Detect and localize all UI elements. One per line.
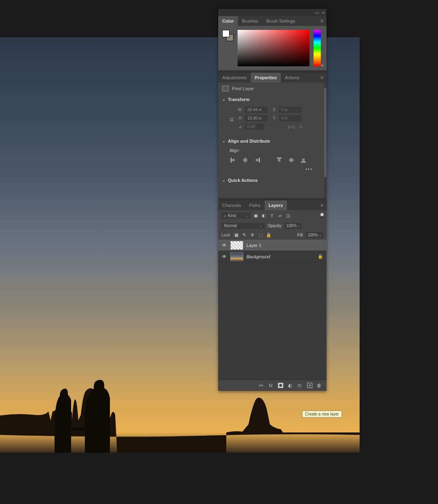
layer-name[interactable]: Background <box>246 254 270 259</box>
link-layers-icon[interactable]: ⚯ <box>258 382 264 389</box>
panel-menu-icon[interactable]: ≡ <box>317 18 326 24</box>
group-layers-icon[interactable]: 🗀 <box>297 382 303 389</box>
chevron-down-icon: ⌄ <box>222 97 225 101</box>
fill-value: 100% <box>307 233 318 237</box>
quick-actions-title: Quick Actions <box>228 178 258 183</box>
tab-actions[interactable]: Actions <box>281 73 303 82</box>
opacity-field[interactable]: 100% ⌄ <box>285 223 302 229</box>
layer-list-empty-area[interactable] <box>218 262 326 380</box>
tab-brushes[interactable]: Brushes <box>238 16 262 26</box>
layer-filter-row: ⌕ Kind ⌄ ▣ ◐ T ▱ ◫ <box>218 210 326 221</box>
visibility-toggle-icon[interactable]: 👁 <box>221 254 227 259</box>
flip-horizontal-icon[interactable]: ▷◁ <box>288 124 295 129</box>
layer-type-label: Pixel Layer <box>232 86 254 91</box>
tab-color[interactable]: Color <box>218 16 238 26</box>
filter-type-icon[interactable]: T <box>269 213 275 219</box>
tab-layers[interactable]: Layers <box>265 200 287 210</box>
new-layer-icon[interactable] <box>306 382 313 389</box>
align-center-v-icon[interactable] <box>288 157 295 163</box>
y-field[interactable]: 0 in <box>279 115 301 121</box>
tooltip: Create a new layer <box>302 411 342 418</box>
align-center-h-icon[interactable] <box>242 157 249 163</box>
w-label: W <box>237 108 242 112</box>
chevron-down-icon: ⌄ <box>222 178 225 182</box>
layer-item[interactable]: 👁 Background 🔒 <box>218 251 326 262</box>
filter-adjustment-icon[interactable]: ◐ <box>261 213 267 219</box>
chevron-down-icon: ⌄ <box>222 139 225 143</box>
delete-layer-icon[interactable]: 🗑 <box>316 382 322 389</box>
svg-rect-4 <box>259 158 260 162</box>
angle-field[interactable]: 0.00° <box>245 124 264 130</box>
lock-image-icon[interactable]: ✎ <box>242 232 247 238</box>
lock-label: Lock: <box>221 233 231 237</box>
align-right-icon[interactable] <box>254 157 261 163</box>
svg-rect-7 <box>278 159 280 162</box>
svg-point-13 <box>279 384 282 387</box>
svg-rect-0 <box>231 158 232 162</box>
panel-menu-icon[interactable]: ≡ <box>317 202 326 208</box>
close-icon[interactable]: ✕ <box>322 11 325 15</box>
foreground-color-swatch[interactable] <box>222 30 230 37</box>
pixel-layer-icon <box>222 86 229 91</box>
align-section-body: Align: ••• <box>218 146 326 175</box>
angle-icon: ⊿ <box>237 124 242 129</box>
lock-transparency-icon[interactable]: ▦ <box>234 232 239 238</box>
height-field[interactable]: 18.96 in <box>245 115 267 121</box>
opacity-label: Opacity: <box>267 224 282 228</box>
filter-shape-icon[interactable]: ▱ <box>277 213 283 219</box>
tab-properties[interactable]: Properties <box>251 73 281 82</box>
panel-menu-icon[interactable]: ≡ <box>317 75 326 80</box>
scrollbar[interactable] <box>324 82 326 198</box>
align-section-header[interactable]: ⌄ Align and Distribute <box>218 136 326 146</box>
width-field[interactable]: 28.44 in <box>245 107 267 113</box>
svg-rect-6 <box>277 158 282 158</box>
link-dimensions-icon[interactable]: 𝌡 <box>230 117 234 122</box>
quick-actions-section-header[interactable]: ⌄ Quick Actions <box>218 175 326 185</box>
lock-position-icon[interactable]: ✢ <box>250 232 255 238</box>
chevron-down-icon: ⌄ <box>245 214 248 217</box>
layer-filter-kind-dropdown[interactable]: ⌕ Kind ⌄ <box>221 213 251 219</box>
flip-vertical-icon[interactable]: ⧊ <box>299 124 303 129</box>
hue-slider[interactable]: ▸ <box>314 30 321 66</box>
align-top-icon[interactable] <box>276 157 283 163</box>
lock-icon[interactable]: 🔒 <box>318 254 323 259</box>
align-subtitle: Align: <box>230 148 321 153</box>
tab-adjustments[interactable]: Adjustments <box>218 73 251 82</box>
fill-field[interactable]: 100% ⌄ <box>306 232 323 238</box>
layer-fx-icon[interactable]: fx <box>267 382 274 389</box>
collapse-icon[interactable]: «« <box>315 11 319 15</box>
properties-panel-body: Pixel Layer ⌄ Transform 𝌡 W 28.44 in X 0… <box>218 82 326 198</box>
layer-name[interactable]: Layer 1 <box>246 243 261 248</box>
filter-pixel-icon[interactable]: ▣ <box>253 213 259 219</box>
color-field-picker[interactable] <box>238 30 310 66</box>
layer-thumbnail[interactable] <box>230 241 243 250</box>
x-field[interactable]: 0 in <box>279 107 301 113</box>
filter-toggle[interactable] <box>321 213 323 219</box>
svg-rect-10 <box>301 162 306 162</box>
chevron-down-icon: ⌄ <box>297 224 300 228</box>
lock-all-icon[interactable]: 🔒 <box>266 232 272 238</box>
visibility-toggle-icon[interactable]: 👁 <box>221 243 227 248</box>
filter-smart-icon[interactable]: ◫ <box>285 213 291 219</box>
transform-section-header[interactable]: ⌄ Transform <box>218 95 326 104</box>
color-swatches[interactable] <box>222 30 234 41</box>
color-tab-row: Color Brushes Brush Settings ≡ <box>218 16 326 26</box>
adjustment-layer-icon[interactable]: ◐ <box>287 382 293 389</box>
chevron-down-icon: ⌄ <box>319 233 322 237</box>
layer-item[interactable]: 👁 Layer 1 <box>218 240 326 251</box>
svg-rect-3 <box>243 159 247 161</box>
layer-thumbnail[interactable] <box>230 252 243 261</box>
tab-channels[interactable]: Channels <box>218 200 245 210</box>
blend-mode-row: Normal ⌄ Opacity: 100% ⌄ <box>218 221 326 230</box>
lock-artboard-icon[interactable]: ⬚ <box>258 232 263 238</box>
layer-list: 👁 Layer 1 👁 Background 🔒 <box>218 240 326 262</box>
tab-brush-settings[interactable]: Brush Settings <box>262 16 299 26</box>
panel-dock: «« ✕ Color Brushes Brush Settings ≡ ▸ Ad… <box>218 9 326 391</box>
layer-mask-icon[interactable] <box>277 382 284 389</box>
align-left-icon[interactable] <box>230 157 237 163</box>
blend-mode-dropdown[interactable]: Normal ⌄ <box>221 223 265 229</box>
more-options-icon[interactable]: ••• <box>230 167 321 171</box>
transform-title: Transform <box>228 97 250 102</box>
tab-paths[interactable]: Paths <box>245 200 264 210</box>
align-bottom-icon[interactable] <box>300 157 307 163</box>
